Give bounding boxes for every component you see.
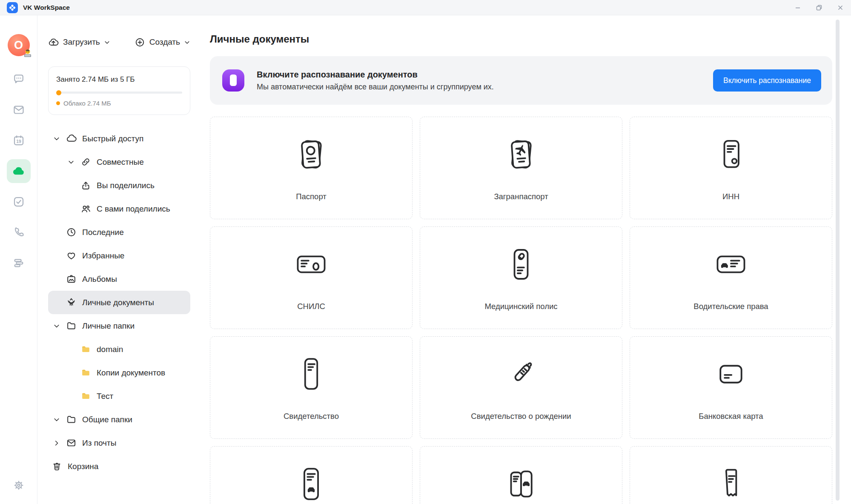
maximize-button[interactable] [808,0,830,15]
bank-card-icon [711,354,751,395]
sidebar-item-общие-папки[interactable]: Общие папки [48,408,190,431]
rail-item-queue[interactable] [7,251,31,275]
cloud-icon [12,165,25,178]
sidebar-item-label: Совместные [97,158,144,167]
cloud-legend-dot [56,101,60,105]
sidebar-item-вы-поделились[interactable]: Вы поделились [48,174,190,197]
rail-item-calls[interactable] [7,220,31,244]
document-card-загранпаспорт[interactable]: Загранпаспорт [420,117,622,219]
eagle-icon [66,297,77,308]
document-card-label: Свидетельство [284,412,339,421]
rail-item-calendar[interactable]: 19 [7,129,31,152]
vehicle-reg-icon [291,464,331,504]
folder-filled-icon [80,367,91,378]
sidebar-item-тест[interactable]: Тест [48,384,190,408]
folder-outline-icon [66,414,77,425]
sidebar-item-label: domain [97,345,123,354]
rail-item-tasks[interactable] [7,190,31,214]
plus-circle-icon [135,37,145,48]
sidebar-item-последние[interactable]: Последние [48,220,190,244]
sidebar-item-корзина[interactable]: Корзина [48,455,190,478]
chevron-down-icon[interactable] [52,134,62,144]
gear-icon [12,479,25,492]
sidebar-item-из-почты[interactable]: Из почты [48,431,190,455]
chevron-down-icon[interactable] [66,157,76,167]
clock-icon [66,227,77,238]
rail-item-cloud[interactable] [7,159,31,183]
recognition-badge-icon [221,68,246,93]
storage-progress-dot [56,90,61,95]
sidebar-item-label: Корзина [68,462,98,471]
upload-button-label: Загрузить [63,37,100,47]
banner-subtext: Мы автоматически найдём все ваши докумен… [257,83,702,92]
enable-recognition-button[interactable]: Включить распознавание [713,69,821,92]
minimize-button[interactable] [787,0,808,15]
sidebar-item-копии-документов[interactable]: Копии документов [48,361,190,384]
settings-button[interactable] [7,473,31,497]
album-icon [66,274,77,284]
document-card-свидетельство[interactable]: Свидетельство [210,336,413,439]
document-card[interactable] [210,446,413,504]
document-card-водительские-права[interactable]: Водительские права [630,226,832,329]
document-card[interactable] [630,446,832,504]
recognition-banner: Включите распознавание документов Мы авт… [210,56,832,105]
sidebar-item-избранные[interactable]: Избранные [48,244,190,267]
sidebar-item-личные-папки[interactable]: Личные папки [48,314,190,338]
chevron-down-icon [183,39,191,46]
chevron-right-icon[interactable] [52,438,62,448]
folder-filled-icon [80,391,91,401]
check-icon [12,195,25,208]
receipt-icon [711,464,751,504]
sidebar-item-совместные[interactable]: Совместные [48,150,190,174]
avatar[interactable]: O [8,34,30,56]
documents-grid: ПаспортЗагранпаспортИННСНИЛСМедицинский … [210,117,832,504]
sidebar-item-label: Общие папки [82,415,132,424]
close-button[interactable] [830,0,851,15]
sidebar-item-с-вами-поделились[interactable]: С вами поделились [48,197,190,220]
document-card-паспорт[interactable]: Паспорт [210,117,413,219]
cloud-upload-icon [48,37,59,48]
folder-tree: Быстрый доступСовместныеВы поделилисьС в… [48,127,190,478]
document-card[interactable] [420,446,622,504]
upload-button[interactable]: Загрузить [48,37,111,48]
create-button-label: Создать [149,37,180,47]
sidebar-item-альбомы[interactable]: Альбомы [48,267,190,291]
scrollbar-thumb[interactable] [836,20,840,501]
document-card-банковская-карта[interactable]: Банковская карта [630,336,832,439]
chevron-down-icon[interactable] [52,415,62,425]
document-card-label: Банковская карта [699,412,763,421]
create-button[interactable]: Создать [135,37,191,48]
rail-item-chat[interactable] [7,67,31,91]
avatar-initial: O [14,39,23,52]
sidebar-item-label: Из почты [82,438,116,448]
storage-cloud-label: Облако 2.74 МБ [63,100,111,107]
intl-passport-icon [501,134,541,175]
document-card-label: ИНН [722,192,739,201]
sidebar-item-domain[interactable]: domain [48,338,190,361]
document-card-свидетельство-о-рождении[interactable]: Свидетельство о рождении [420,336,622,439]
heart-icon [66,250,77,261]
rail-item-mail[interactable] [7,98,31,122]
vehicle-passport-icon [501,464,541,504]
folder-filled-icon [80,344,91,355]
phone-icon [12,226,25,239]
document-card-label: Водительские права [693,302,768,311]
app-body: O 19 Загрузить Создать Занято 2.74 МБ из… [0,15,851,504]
title-bar: VK WorkSpace [0,0,851,15]
document-card-инн[interactable]: ИНН [630,117,832,219]
storage-progress-bar [56,92,182,94]
app-rail: O 19 [0,15,37,504]
sidebar-item-личные-документы[interactable]: Личные документы [48,291,190,314]
sidebar-item-label: С вами поделились [97,204,170,214]
share-icon [80,180,91,191]
document-card-медицинский-полис[interactable]: Медицинский полис [420,226,622,329]
chevron-down-icon[interactable] [52,321,62,331]
sidebar-item-label: Избранные [82,251,124,261]
sidebar-item-label: Быстрый доступ [82,134,143,143]
sidebar-item-label: Вы поделились [97,181,155,190]
sidebar-item-label: Тест [97,392,113,401]
storage-card: Занято 2.74 МБ из 5 ГБ Облако 2.74 МБ [48,66,190,115]
document-card-снилс[interactable]: СНИЛС [210,226,413,329]
sidebar-item-быстрый-доступ[interactable]: Быстрый доступ [48,127,190,150]
sidebar-item-label: Последние [82,228,124,237]
